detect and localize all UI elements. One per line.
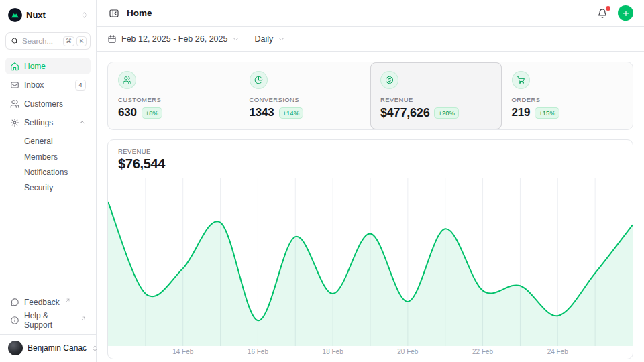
main-area: Home Feb 12, 2025 - Feb 26, 2025 Daily (97, 0, 644, 362)
pie-chart-icon (250, 71, 268, 89)
stat-card-customers[interactable]: CUSTOMERS 630 +8% (108, 62, 239, 129)
workspace-switcher[interactable]: Nuxt (5, 7, 91, 23)
revenue-chart-card: REVENUE $76,544 14 Feb16 Feb18 Feb20 Feb… (107, 139, 633, 359)
page-header: Home (97, 0, 644, 27)
stat-delta-badge: +8% (142, 107, 162, 119)
sidebar-item-home[interactable]: Home (5, 58, 91, 74)
message-circle-icon (10, 298, 19, 307)
sidebar-item-label: Inbox (24, 80, 44, 90)
users-icon (10, 99, 19, 109)
external-link-icon (80, 316, 86, 321)
sidebar-subitem-label: Security (24, 183, 53, 192)
home-icon (10, 62, 19, 71)
inbox-count-badge: 4 (75, 80, 86, 90)
sidebar-item-notifications[interactable]: Notifications (15, 165, 91, 180)
calendar-icon (107, 34, 117, 44)
notification-dot (606, 6, 610, 11)
workspace-name: Nuxt (26, 10, 46, 20)
gear-icon (10, 118, 19, 127)
kbd-cmd: ⌘ (63, 36, 74, 46)
sidebar-subitem-label: Members (24, 152, 58, 162)
avatar (8, 341, 23, 355)
sidebar-item-inbox[interactable]: Inbox 4 (5, 76, 91, 93)
stat-delta-badge: +15% (535, 107, 559, 119)
chevrons-up-down-icon (80, 11, 88, 19)
stat-label: ORDERS (512, 96, 623, 103)
footer-link-label: Help & Support (24, 311, 75, 330)
stat-delta-badge: +20% (434, 107, 459, 119)
info-icon (10, 316, 19, 325)
dashboard-content: CUSTOMERS 630 +8% CONVERSIONS 1343 +14% (97, 52, 644, 362)
external-link-icon (65, 298, 70, 303)
cart-icon (512, 71, 530, 89)
chevron-down-icon (232, 36, 239, 43)
x-axis-tick: 16 Feb (248, 348, 268, 355)
period-value: Daily (254, 34, 273, 44)
sidebar-item-label: Customers (24, 99, 63, 109)
stat-value: 1343 (250, 106, 274, 119)
sidebar-item-label: Settings (24, 118, 53, 127)
filters-toolbar: Feb 12, 2025 - Feb 26, 2025 Daily (97, 27, 644, 52)
kbd-k: K (76, 36, 87, 46)
stat-card-conversions[interactable]: CONVERSIONS 1343 +14% (239, 62, 371, 129)
chevron-down-icon (278, 36, 285, 43)
nuxt-logo-icon (8, 8, 22, 22)
x-axis-tick: 18 Feb (323, 348, 343, 355)
settings-subnav: General Members Notifications Security (15, 134, 91, 195)
sidebar-item-settings[interactable]: Settings (5, 114, 91, 131)
collapse-sidebar-button[interactable] (107, 7, 121, 20)
sidebar-subitem-label: Notifications (24, 168, 68, 177)
sidebar-footer-links: Feedback Help & Support (5, 294, 91, 328)
sidebar-item-security[interactable]: Security (15, 180, 91, 195)
x-axis-tick: 14 Feb (172, 348, 193, 355)
stat-card-revenue[interactable]: REVENUE $477,626 +20% (370, 62, 502, 129)
stat-label: CUSTOMERS (118, 96, 229, 103)
date-range-value: Feb 12, 2025 - Feb 26, 2025 (121, 34, 227, 44)
sidebar-subitem-label: General (24, 137, 53, 146)
chart-x-axis: 14 Feb16 Feb18 Feb20 Feb22 Feb24 Feb (108, 346, 633, 359)
page-title: Home (127, 8, 152, 18)
chart-plot-area[interactable] (108, 178, 633, 346)
stat-delta-badge: +14% (279, 107, 304, 119)
revenue-area-chart (108, 178, 633, 346)
stat-value: 630 (118, 106, 137, 119)
feedback-link[interactable]: Feedback (5, 294, 91, 310)
date-range-picker[interactable]: Feb 12, 2025 - Feb 26, 2025 (107, 34, 239, 44)
footer-link-label: Feedback (24, 298, 60, 307)
help-support-link[interactable]: Help & Support (5, 312, 91, 328)
chart-total-value: $76,544 (118, 156, 623, 172)
user-name: Benjamin Canac (28, 343, 87, 353)
stat-label: REVENUE (380, 96, 491, 103)
sidebar-item-general[interactable]: General (15, 134, 91, 149)
sidebar-item-label: Home (24, 62, 46, 71)
x-axis-tick: 22 Feb (472, 348, 493, 355)
sidebar-item-customers[interactable]: Customers (5, 95, 91, 112)
search-placeholder: Search... (22, 37, 53, 45)
search-input[interactable]: Search... ⌘ K (5, 32, 91, 50)
search-icon (11, 37, 19, 45)
stat-value: 219 (512, 106, 531, 119)
chart-header: REVENUE $76,544 (108, 140, 633, 178)
stat-value: $477,626 (380, 106, 429, 120)
x-axis-tick: 20 Feb (397, 348, 418, 355)
plus-icon (622, 9, 630, 17)
add-new-button[interactable] (618, 5, 633, 21)
chart-title: REVENUE (118, 147, 623, 155)
dollar-circle-icon (380, 71, 398, 89)
stats-grid: CUSTOMERS 630 +8% CONVERSIONS 1343 +14% (107, 62, 633, 130)
users-icon (118, 71, 136, 89)
sidebar-nav: Home Inbox 4 Customers Settings General … (5, 58, 91, 195)
stat-label: CONVERSIONS (250, 96, 360, 103)
stat-card-orders[interactable]: ORDERS 219 +15% (502, 62, 633, 129)
user-menu[interactable]: Benjamin Canac (5, 335, 91, 357)
panel-left-close-icon (109, 8, 119, 19)
search-shortcut: ⌘ K (63, 36, 87, 46)
notifications-button[interactable] (596, 7, 609, 20)
sidebar: Nuxt Search... ⌘ K Home Inbox 4 Customer… (0, 0, 97, 362)
mail-icon (10, 80, 19, 90)
chevron-up-icon (78, 119, 86, 126)
sidebar-item-members[interactable]: Members (15, 149, 91, 164)
x-axis-tick: 24 Feb (547, 348, 568, 355)
period-select[interactable]: Daily (254, 34, 285, 44)
